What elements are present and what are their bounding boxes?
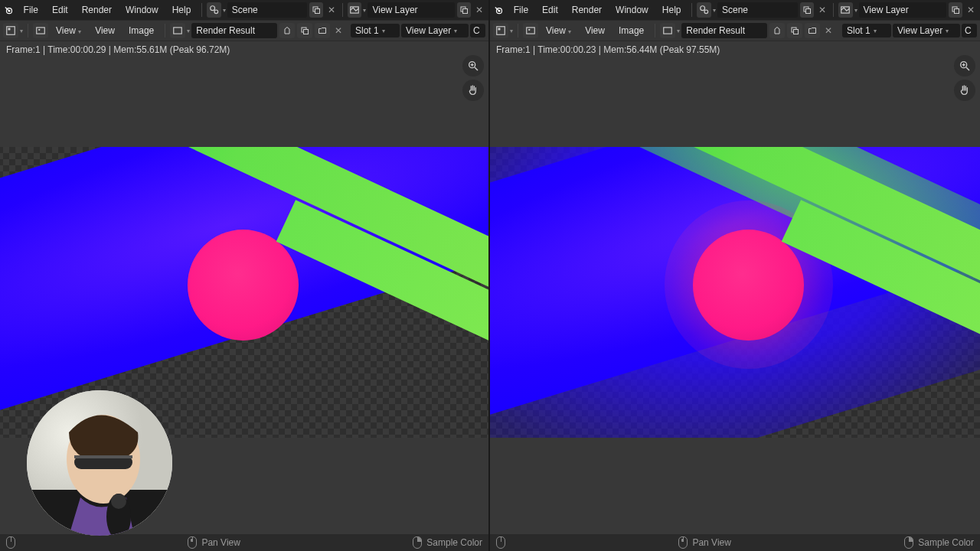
mode-icon[interactable] [33, 23, 48, 38]
magenta-sphere [188, 230, 299, 341]
blender-logo-icon[interactable] [3, 3, 16, 17]
open-image-icon[interactable] [805, 23, 820, 38]
footer-sample: Sample Color [413, 536, 482, 549]
image-name-field[interactable]: Render Result [191, 23, 277, 38]
menu-help[interactable]: Help [166, 2, 198, 18]
mouse-middle-icon [188, 536, 197, 549]
image-editor-toolbar: ▾ View ▾ View Image ▾ Render Result ✕ Sl… [0, 20, 488, 41]
viewlayer-browse-icon[interactable] [949, 2, 963, 18]
new-image-icon[interactable] [297, 23, 312, 38]
svg-rect-8 [463, 9, 468, 14]
webcam-overlay [27, 390, 172, 536]
svg-rect-13 [174, 28, 182, 34]
mode-icon[interactable] [523, 23, 538, 38]
scene-browse-icon[interactable] [309, 2, 323, 18]
toolbar-image-menu[interactable]: Image [122, 22, 160, 39]
image-viewport[interactable] [490, 55, 980, 533]
status-bar: Pan View Sample Color [0, 534, 488, 551]
pan-icon[interactable] [462, 80, 484, 101]
mouse-middle-icon [678, 536, 688, 549]
scene-close-icon[interactable]: ✕ [325, 2, 338, 18]
scene-field[interactable]: Scene [227, 2, 307, 18]
pass-dropdown[interactable]: C [962, 24, 977, 37]
svg-rect-10 [8, 28, 11, 31]
menu-render[interactable]: Render [76, 2, 118, 18]
menu-render[interactable]: Render [566, 2, 608, 18]
zoom-icon[interactable] [954, 55, 975, 77]
footer-pan: Pan View [678, 536, 730, 549]
toolbar-view-dropdown[interactable]: View ▾ [50, 22, 87, 39]
pass-dropdown[interactable]: C [470, 24, 485, 37]
layer-dropdown[interactable]: View Layer▾ [401, 24, 469, 37]
open-image-icon[interactable] [315, 23, 330, 38]
top-menubar: File Edit Render Window Help ▾ Scene ✕ ▾… [490, 0, 980, 20]
svg-rect-29 [806, 9, 811, 14]
menu-edit[interactable]: Edit [536, 2, 564, 18]
unlink-image-icon[interactable]: ✕ [332, 23, 345, 38]
slot-dropdown[interactable]: Slot 1▾ [351, 24, 400, 37]
svg-point-27 [704, 10, 708, 14]
viewlayer-field[interactable]: View Layer [368, 2, 454, 18]
viewlayer-close-icon[interactable]: ✕ [964, 2, 977, 18]
slot-dropdown[interactable]: Slot 1▾ [842, 24, 891, 37]
scene-close-icon[interactable]: ✕ [815, 2, 828, 18]
menu-edit[interactable]: Edit [46, 2, 74, 18]
menu-file[interactable]: File [18, 2, 44, 18]
viewlayer-browse-icon[interactable] [457, 2, 471, 18]
viewlayer-close-icon[interactable]: ✕ [472, 2, 485, 18]
image-datablock-icon[interactable] [660, 23, 675, 38]
svg-rect-34 [498, 28, 501, 31]
image-editor-toolbar: ▾ View ▾ View Image ▾ Render Result ✕ Sl… [490, 20, 980, 41]
svg-rect-37 [664, 28, 672, 34]
scene-label: Scene [232, 5, 258, 15]
layer-dropdown[interactable]: View Layer▾ [893, 24, 960, 37]
svg-rect-15 [304, 30, 309, 34]
editor-type-icon[interactable] [3, 23, 18, 38]
magenta-sphere [693, 230, 804, 341]
viewlayer-icon[interactable] [348, 2, 361, 18]
viewlayer-label: View Layer [372, 5, 417, 15]
svg-rect-35 [527, 28, 535, 34]
svg-rect-9 [7, 27, 15, 35]
svg-rect-11 [37, 28, 45, 34]
svg-point-23 [111, 494, 126, 509]
image-name-field[interactable]: Render Result [681, 23, 767, 38]
svg-rect-33 [497, 27, 505, 35]
svg-rect-21 [74, 455, 132, 458]
svg-point-26 [700, 6, 704, 11]
svg-point-2 [210, 6, 214, 11]
viewlayer-field[interactable]: View Layer [859, 2, 946, 18]
menu-help[interactable]: Help [656, 2, 688, 18]
svg-point-36 [528, 29, 530, 31]
scene-browse-icon[interactable] [800, 2, 815, 18]
toolbar-view-menu[interactable]: View [89, 22, 121, 39]
svg-rect-39 [794, 30, 799, 34]
scene-icon[interactable] [697, 2, 711, 18]
footer-pan: Pan View [188, 536, 240, 549]
scene-icon[interactable] [207, 2, 220, 18]
svg-point-12 [38, 29, 40, 31]
unlink-image-icon[interactable]: ✕ [822, 23, 835, 38]
scene-field[interactable]: Scene [717, 2, 798, 18]
mouse-right-icon [904, 536, 913, 549]
new-image-icon[interactable] [787, 23, 802, 38]
svg-rect-32 [954, 9, 959, 14]
menu-window[interactable]: Window [609, 2, 655, 18]
menu-window[interactable]: Window [119, 2, 165, 18]
fake-user-icon[interactable] [279, 23, 295, 38]
blender-logo-icon[interactable] [493, 3, 506, 17]
menu-file[interactable]: File [508, 2, 534, 18]
zoom-icon[interactable] [462, 55, 484, 77]
image-datablock-icon[interactable] [170, 23, 185, 38]
svg-rect-5 [315, 9, 320, 14]
editor-type-icon[interactable] [493, 23, 508, 38]
pan-icon[interactable] [954, 80, 975, 101]
toolbar-view-dropdown[interactable]: View ▾ [540, 22, 577, 39]
footer-sample: Sample Color [904, 536, 974, 549]
viewlayer-icon[interactable] [838, 2, 853, 18]
svg-point-3 [214, 10, 218, 14]
toolbar-image-menu[interactable]: Image [612, 22, 650, 39]
mouse-left-icon [6, 536, 15, 549]
fake-user-icon[interactable] [769, 23, 785, 38]
toolbar-view-menu[interactable]: View [579, 22, 611, 39]
